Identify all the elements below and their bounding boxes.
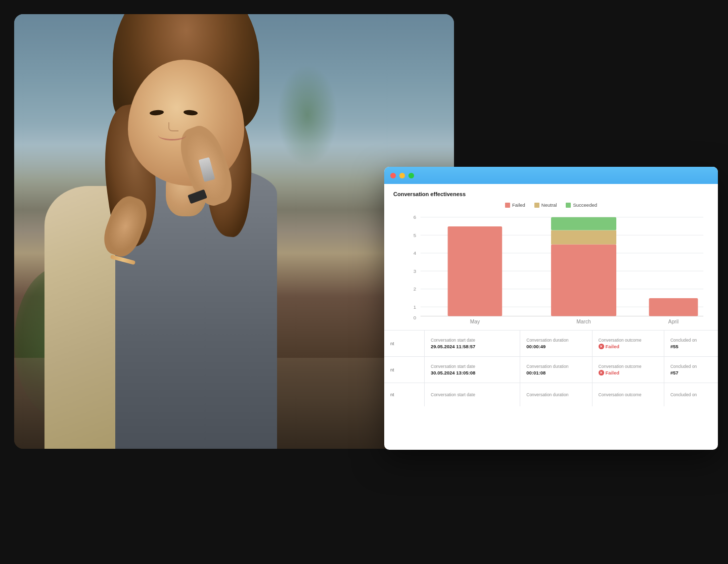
traffic-light-yellow[interactable] bbox=[399, 173, 405, 178]
cell-value: 00:01:08 bbox=[526, 370, 585, 375]
cell-label: Concluded on bbox=[670, 392, 712, 397]
svg-rect-18 bbox=[649, 298, 698, 316]
legend-neutral: Neutral bbox=[534, 202, 557, 208]
app-window: Conversation effectiveness Failed Neutra… bbox=[384, 167, 718, 450]
svg-rect-15 bbox=[551, 245, 616, 316]
table-cell-duration-3: Conversation duration bbox=[520, 383, 592, 406]
svg-text:3: 3 bbox=[414, 268, 416, 274]
table-cell-start-date-2: Conversation start date 30.05.2024 13:05… bbox=[425, 357, 520, 383]
svg-rect-16 bbox=[551, 230, 616, 245]
svg-text:6: 6 bbox=[414, 214, 416, 220]
table-cell-start-date-3: Conversation start date bbox=[425, 383, 520, 406]
table-section: nt Conversation start date 29.05.2024 11… bbox=[384, 331, 718, 450]
svg-text:0: 0 bbox=[414, 315, 416, 320]
table-cell-outcome-3: Conversation outcome bbox=[593, 383, 664, 406]
table-cell-concluded-2: Concluded on #57 bbox=[664, 357, 718, 383]
chart-legend: Failed Neutral Succeeded bbox=[393, 202, 709, 208]
cell-label: Conversation duration bbox=[526, 338, 585, 343]
cell-value: 29.05.2024 11:58:57 bbox=[431, 344, 514, 349]
cell-label: Conversation outcome bbox=[599, 338, 658, 343]
svg-text:2: 2 bbox=[414, 286, 416, 292]
chart-title: Conversation effectiveness bbox=[393, 191, 709, 197]
table-cell-duration-1: Conversation duration 00:00:49 bbox=[520, 331, 592, 356]
cell-label: Conversation start date bbox=[431, 392, 514, 397]
table-cell-left-1: nt bbox=[384, 331, 425, 356]
svg-text:4: 4 bbox=[414, 250, 417, 256]
chart-svg: 6 5 4 3 2 1 0 bbox=[393, 211, 709, 327]
cell-value-failed-2: ✕ Failed bbox=[599, 370, 658, 375]
cell-value: 30.05.2024 13:05:08 bbox=[431, 370, 514, 375]
table-cell-concluded-1: Concluded on #55 bbox=[664, 331, 718, 356]
svg-text:April: April bbox=[668, 319, 678, 324]
cell-value: #57 bbox=[670, 370, 712, 375]
table-row: nt Conversation start date 29.05.2024 11… bbox=[384, 331, 718, 357]
table-cell-duration-2: Conversation duration 00:01:08 bbox=[520, 357, 592, 383]
cell-value: #55 bbox=[670, 344, 712, 349]
table-cell-start-date-1: Conversation start date 29.05.2024 11:58… bbox=[425, 331, 520, 356]
table-cell-left-2: nt bbox=[384, 357, 425, 383]
table-cell-outcome-2: Conversation outcome ✕ Failed bbox=[593, 357, 664, 383]
cell-value: 00:00:49 bbox=[526, 344, 585, 349]
svg-rect-14 bbox=[448, 226, 503, 316]
table-cell-left-3: nt bbox=[384, 383, 425, 406]
cell-label: Conversation duration bbox=[526, 364, 585, 369]
traffic-light-green[interactable] bbox=[408, 173, 414, 178]
svg-text:May: May bbox=[470, 319, 480, 324]
table-row-2: nt Conversation start date 30.05.2024 13… bbox=[384, 357, 718, 383]
chart-section: Conversation effectiveness Failed Neutra… bbox=[384, 184, 718, 330]
traffic-light-red[interactable] bbox=[390, 173, 396, 178]
chart-area: 6 5 4 3 2 1 0 bbox=[393, 211, 709, 327]
svg-text:1: 1 bbox=[414, 304, 416, 310]
cell-label: Conversation outcome bbox=[599, 364, 658, 369]
svg-text:March: March bbox=[576, 319, 591, 324]
cell-label: Concluded on bbox=[670, 338, 712, 343]
svg-text:5: 5 bbox=[414, 232, 416, 238]
table-cell-outcome-1: Conversation outcome ✕ Failed bbox=[593, 331, 664, 356]
cell-label: Conversation start date bbox=[431, 338, 514, 343]
cell-label: Conversation outcome bbox=[599, 392, 658, 397]
legend-succeeded: Succeeded bbox=[566, 202, 597, 208]
cell-value-failed-1: ✕ Failed bbox=[599, 344, 658, 349]
cell-label: Conversation duration bbox=[526, 392, 585, 397]
table-row-3: nt Conversation start date Conversation … bbox=[384, 383, 718, 406]
cell-label: Concluded on bbox=[670, 364, 712, 369]
svg-rect-17 bbox=[551, 217, 616, 230]
window-titlebar bbox=[384, 167, 718, 184]
table-cell-concluded-3: Concluded on bbox=[664, 383, 718, 406]
cell-label: Conversation start date bbox=[431, 364, 514, 369]
legend-failed: Failed bbox=[505, 202, 525, 208]
